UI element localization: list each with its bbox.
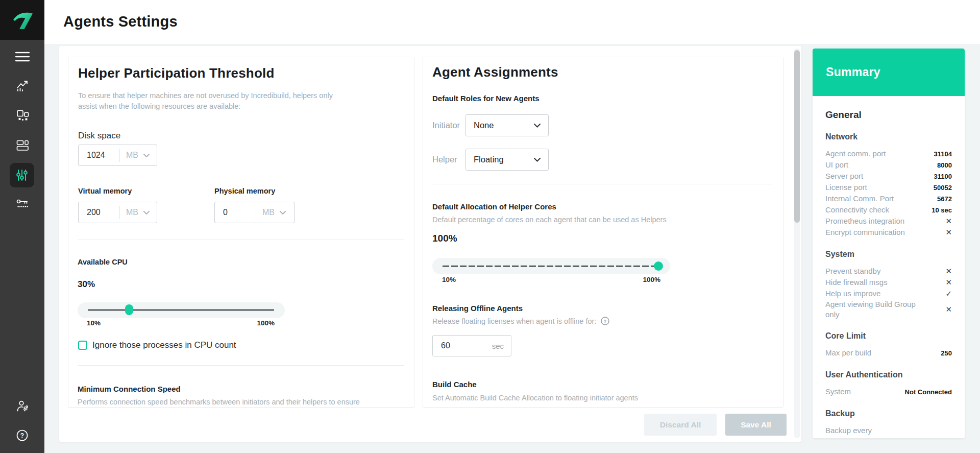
summary-group-heading: Backup: [825, 409, 952, 418]
offline-timeout-field: sec: [432, 335, 511, 356]
sidebar-item-dashboard[interactable]: [0, 139, 44, 151]
summary-group-rows: Backup every: [825, 425, 952, 436]
initiator-label: Initiator: [432, 121, 460, 130]
build-cache-description: Set Automatic Build Cache Allocation to …: [432, 393, 769, 403]
summary-row-value: ✕: [945, 267, 952, 276]
summary-row-value: 8000: [937, 161, 952, 169]
summary-group-rows: System Not Connected: [825, 386, 952, 397]
agent-settings-sliders-icon: [15, 169, 29, 182]
disk-space-input[interactable]: [79, 151, 119, 160]
vertical-scrollbar-thumb[interactable]: [794, 50, 800, 223]
summary-group-rows: Prevent standby ✕ Hide firewall msgs ✕ H…: [825, 266, 952, 320]
chevron-down-icon[interactable]: [280, 211, 286, 214]
physical-memory-label: Physical memory: [214, 187, 275, 195]
summary-row: License port 50052: [825, 182, 952, 193]
summary-group: Network Agent comm. port 31104 UI port 8…: [825, 132, 952, 238]
summary-group: User Authentication System Not Connected: [825, 370, 952, 397]
cpu-slider-max: 100%: [239, 319, 275, 327]
summary-general-heading: General: [825, 109, 952, 121]
summary-group-heading: System: [825, 250, 952, 259]
offline-timeout-input[interactable]: [433, 341, 474, 350]
summary-row: Prevent standby ✕: [825, 266, 952, 277]
helper-select[interactable]: Floating: [465, 149, 549, 171]
help-icon: ?: [16, 429, 29, 442]
build-groups-icon: [16, 109, 29, 122]
section-divider: [78, 240, 404, 240]
summary-header: Summary: [813, 49, 965, 96]
cpu-slider-track[interactable]: [88, 309, 274, 311]
cores-slider-thumb[interactable]: [654, 261, 663, 271]
summary-row-label: Server port: [825, 171, 922, 181]
summary-group-rows: Max per build 250: [825, 347, 952, 359]
disk-space-unit: MB: [120, 151, 138, 160]
summary-group-heading: User Authentication: [825, 370, 952, 379]
summary-row: Help us improve ✓: [825, 288, 952, 299]
discard-all-button[interactable]: Discard All: [644, 414, 717, 436]
summary-row-value: ✕: [945, 278, 952, 287]
incredibuild-logo[interactable]: [0, 0, 44, 40]
summary-body: General Network Agent comm. port 31104 U…: [813, 109, 965, 436]
cores-slider-min: 10%: [442, 276, 456, 283]
sidebar-item-menu[interactable]: [0, 52, 44, 62]
summary-row-label: Internal Comm. Port: [825, 194, 922, 204]
min-connection-description: Performs connection speed benchmarks bet…: [78, 397, 413, 408]
build-cache-title: Build Cache: [432, 380, 477, 389]
summary-group-heading: Network: [825, 132, 952, 141]
ignore-cpu-checkbox[interactable]: [78, 341, 87, 350]
virtual-memory-field: MB: [78, 202, 157, 223]
license-key-icon: [16, 198, 29, 209]
cores-slider-max: 100%: [625, 276, 660, 283]
summary-row-label: Prevent standby: [825, 266, 922, 276]
top-header-bar: [44, 0, 980, 44]
summary-row-value: 5672: [937, 195, 952, 203]
chevron-down-icon[interactable]: [143, 154, 150, 157]
summary-row-label: Connectivity check: [825, 205, 922, 215]
releasing-offline-description: Release floating licenses when agent is …: [432, 316, 609, 327]
virtual-memory-input[interactable]: [79, 208, 119, 217]
summary-row-value: Not Connected: [905, 388, 952, 396]
helper-participation-description: To ensure that helper machines are not o…: [78, 90, 349, 112]
summary-row-value: ✕: [945, 217, 952, 226]
sidebar-item-analytics[interactable]: [0, 80, 44, 92]
summary-row-label: Hide firewall msgs: [825, 277, 922, 288]
summary-row-value: 10 sec: [932, 206, 952, 214]
summary-row-label: System: [825, 387, 905, 397]
save-all-button[interactable]: Save All: [725, 414, 787, 436]
summary-row-label: Agent comm. port: [825, 149, 922, 159]
chevron-down-icon[interactable]: [143, 211, 150, 214]
help-tooltip-icon[interactable]: ?: [601, 317, 609, 325]
summary-row-value: ✓: [945, 289, 952, 298]
physical-memory-input[interactable]: [215, 208, 256, 217]
summary-row-value: ✕: [945, 305, 952, 314]
virtual-memory-unit: MB: [120, 208, 138, 217]
summary-row: Server port 31100: [825, 171, 952, 182]
cores-slider-track[interactable]: [443, 266, 660, 267]
svg-text:?: ?: [20, 432, 24, 439]
summary-group: Backup Backup every: [825, 409, 952, 436]
user-settings-icon: [16, 400, 29, 412]
agent-assignments-title: Agent Assignments: [432, 64, 558, 80]
initiator-select[interactable]: None: [465, 114, 549, 136]
section-divider: [78, 365, 404, 366]
agents-settings-page: Agents Settings: [0, 0, 980, 453]
virtual-memory-label: Virtual memory: [78, 187, 132, 195]
helper-cores-title: Default Allocation of Helper Cores: [432, 202, 556, 211]
summary-row: Internal Comm. Port 5672: [825, 193, 952, 204]
sidebar-item-build-groups[interactable]: [0, 109, 44, 122]
summary-row: Agent comm. port 31104: [825, 148, 952, 159]
summary-row: Hide firewall msgs ✕: [825, 277, 952, 288]
sidebar-item-help[interactable]: ?: [0, 429, 44, 442]
releasing-offline-description-text: Release floating licenses when agent is …: [432, 317, 596, 325]
sidebar-item-user-settings[interactable]: [0, 400, 44, 412]
menu-icon: [15, 52, 30, 62]
summary-title: Summary: [826, 65, 880, 79]
summary-row: Max per build 250: [825, 347, 952, 359]
page-title: Agents Settings: [63, 13, 178, 30]
summary-row-value: 250: [941, 349, 952, 357]
sidebar-item-agent-settings[interactable]: [10, 163, 34, 187]
cpu-slider-thumb[interactable]: [125, 304, 133, 315]
cpu-slider-min: 10%: [87, 319, 101, 327]
sidebar-item-license[interactable]: [0, 198, 44, 209]
summary-row-value: 31104: [934, 150, 952, 158]
helper-cores-value: 100%: [432, 233, 457, 244]
